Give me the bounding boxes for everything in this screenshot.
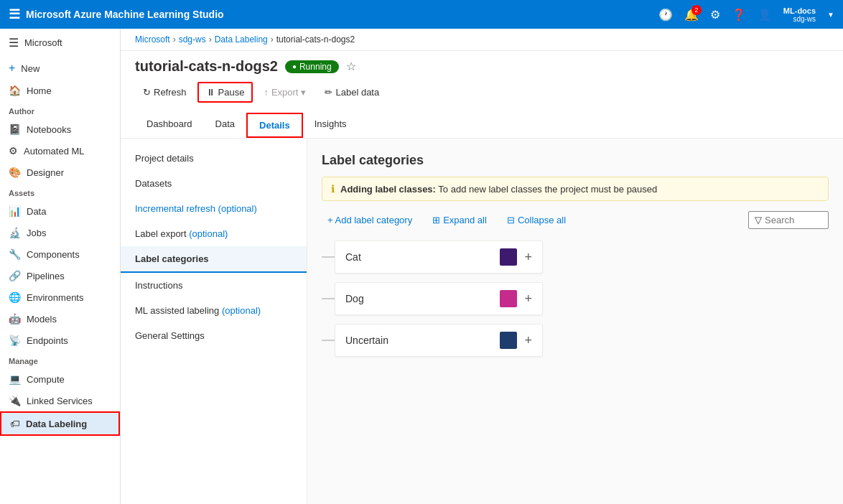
status-dot: ●	[292, 62, 297, 70]
sidebar-item-automated-ml[interactable]: ⚙ Automated ML	[0, 140, 120, 162]
nav-incremental-refresh[interactable]: Incremental refresh (optional)	[121, 196, 307, 221]
sidebar-item-jobs[interactable]: 🔬 Jobs	[0, 222, 120, 243]
dropdown-arrow-icon: ▾	[301, 87, 306, 98]
add-subcategory-uncertain-button[interactable]: +	[524, 333, 532, 348]
author-label: Author	[0, 101, 120, 118]
edit-icon: ✏	[325, 87, 332, 98]
connector-uncertain	[322, 340, 335, 341]
list-item: Cat +	[335, 241, 543, 274]
hamburger-icon[interactable]: ☰	[9, 6, 20, 22]
category-item-row-dog: Dog +	[322, 282, 829, 315]
actions-row: + Add label category ⊞ Expand all ⊟ Coll…	[322, 211, 829, 229]
add-subcategory-cat-button[interactable]: +	[524, 250, 532, 265]
pause-icon: ⏸	[206, 87, 215, 98]
sidebar-item-new[interactable]: + New	[0, 57, 120, 80]
connector-cat	[322, 256, 335, 258]
label-data-button[interactable]: ✏ Label data	[317, 83, 387, 102]
breadcrumb: Microsoft › sdg-ws › Data Labeling › tut…	[121, 29, 843, 51]
pause-button[interactable]: ⏸ Pause	[197, 82, 253, 103]
collapse-all-button[interactable]: ⊟ Collapse all	[501, 212, 572, 228]
chevron-down-icon[interactable]: ▼	[827, 11, 834, 19]
add-subcategory-dog-button[interactable]: +	[524, 291, 532, 307]
refresh-button[interactable]: ↻ Refresh	[135, 83, 195, 102]
sidebar-item-components[interactable]: 🔧 Components	[0, 243, 120, 265]
sidebar-item-compute[interactable]: 💻 Compute	[0, 368, 120, 390]
add-category-button[interactable]: + Add label category	[322, 212, 418, 228]
color-swatch-dog[interactable]	[500, 290, 517, 307]
expand-icon: ⊞	[432, 215, 440, 225]
data-icon: 📊	[9, 205, 21, 217]
collapse-icon: ⊟	[507, 215, 515, 225]
category-item-row-uncertain: Uncertain +	[322, 324, 829, 357]
favorite-icon[interactable]: ☆	[346, 60, 356, 73]
components-icon: 🔧	[9, 248, 21, 260]
help-icon[interactable]: ❓	[732, 8, 746, 22]
color-swatch-cat[interactable]	[500, 248, 517, 266]
sidebar-item-models[interactable]: 🤖 Models	[0, 308, 120, 330]
tab-insights[interactable]: Insights	[303, 113, 358, 138]
user-info[interactable]: ML-docs sdg-ws	[783, 6, 816, 23]
sidebar-item-endpoints[interactable]: 📡 Endpoints	[0, 330, 120, 351]
nav-label-export[interactable]: Label export (optional)	[121, 221, 307, 246]
sidebar: ☰ Microsoft + New 🏠 Home Author 📓 Notebo…	[0, 29, 121, 504]
tab-data[interactable]: Data	[204, 113, 246, 138]
assets-label: Assets	[0, 183, 120, 200]
page-header: tutorial-cats-n-dogs2 ● Running ☆ ↻ Refr…	[121, 51, 843, 113]
notification-icon[interactable]: 🔔 2	[684, 8, 699, 22]
topbar-actions: 🕐 🔔 2 ⚙ ❓ 👤 ML-docs sdg-ws ▼	[658, 6, 834, 23]
nav-ml-assisted[interactable]: ML assisted labeling (optional)	[121, 298, 307, 323]
connector-dog	[322, 298, 335, 299]
data-labeling-icon: 🏷	[10, 418, 20, 429]
sidebar-top[interactable]: ☰ Microsoft	[0, 29, 120, 57]
nav-project-details[interactable]: Project details	[121, 146, 307, 171]
sidebar-item-home[interactable]: 🏠 Home	[0, 80, 120, 101]
sidebar-item-data-labeling[interactable]: 🏷 Data Labeling	[0, 411, 120, 436]
hamburger-icon: ☰	[9, 36, 19, 50]
expand-all-button[interactable]: ⊞ Expand all	[427, 212, 493, 228]
export-icon: ↑	[264, 87, 269, 98]
search-icon: ▽	[755, 215, 762, 225]
list-item: Dog +	[335, 282, 543, 315]
sidebar-item-data[interactable]: 📊 Data	[0, 200, 120, 222]
nav-label-categories[interactable]: Label categories	[121, 246, 307, 273]
settings-icon[interactable]: ⚙	[710, 8, 720, 22]
body-split: Project details Datasets Incremental ref…	[121, 139, 843, 504]
search-box[interactable]: ▽	[748, 211, 829, 229]
page-title-row: tutorial-cats-n-dogs2 ● Running ☆	[135, 58, 829, 75]
export-button[interactable]: ↑ Export ▾	[256, 83, 314, 102]
content-area: Microsoft › sdg-ws › Data Labeling › tut…	[121, 29, 843, 504]
topbar: ☰ Microsoft Azure Machine Learning Studi…	[0, 0, 843, 29]
tab-details[interactable]: Details	[246, 113, 303, 138]
automated-ml-icon: ⚙	[9, 145, 18, 157]
linked-services-icon: 🔌	[9, 395, 21, 406]
sidebar-item-pipelines[interactable]: 🔗 Pipelines	[0, 265, 120, 286]
models-icon: 🤖	[9, 313, 21, 325]
plus-icon: +	[9, 62, 15, 75]
nav-general-settings[interactable]: General Settings	[121, 323, 307, 348]
sidebar-item-designer[interactable]: 🎨 Designer	[0, 162, 120, 183]
clock-icon[interactable]: 🕐	[658, 8, 673, 22]
tabs: Dashboard Data Details Insights	[121, 113, 843, 139]
nav-datasets[interactable]: Datasets	[121, 171, 307, 196]
search-input[interactable]	[765, 215, 822, 225]
list-item: Uncertain +	[335, 324, 543, 357]
warning-bar: ℹ Adding label classes: To add new label…	[322, 177, 829, 201]
sidebar-item-linked-services[interactable]: 🔌 Linked Services	[0, 390, 120, 411]
color-swatch-uncertain[interactable]	[500, 332, 517, 349]
pipelines-icon: 🔗	[9, 270, 21, 281]
status-badge: ● Running	[285, 60, 339, 73]
refresh-icon: ↻	[143, 87, 151, 98]
category-item-row-cat: Cat +	[322, 241, 829, 274]
user-icon[interactable]: 👤	[758, 8, 772, 22]
tab-dashboard[interactable]: Dashboard	[135, 113, 204, 138]
notebooks-icon: 📓	[9, 123, 21, 135]
environments-icon: 🌐	[9, 291, 21, 303]
sidebar-item-notebooks[interactable]: 📓 Notebooks	[0, 118, 120, 140]
info-icon: ℹ	[331, 183, 335, 195]
sidebar-item-environments[interactable]: 🌐 Environments	[0, 286, 120, 308]
nav-instructions[interactable]: Instructions	[121, 273, 307, 298]
topbar-title: ☰ Microsoft Azure Machine Learning Studi…	[9, 6, 224, 22]
category-list: Cat + Dog +	[322, 241, 829, 357]
home-icon: 🏠	[9, 85, 21, 96]
main-panel: Label categories ℹ Adding label classes:…	[307, 139, 843, 504]
